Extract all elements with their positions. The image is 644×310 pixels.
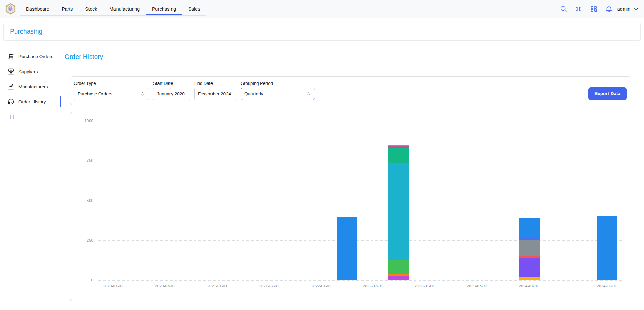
gridline-750 — [98, 161, 622, 161]
qrcode-icon[interactable] — [590, 5, 598, 13]
sidebar-item-label: Manufacturers — [18, 84, 48, 89]
x-axis-label: 2022-07-01 — [354, 284, 392, 288]
y-axis-label: 0 — [69, 278, 93, 282]
nav-actions — [560, 5, 613, 13]
order-type-label: Order Type — [74, 81, 149, 86]
x-axis-label: 2021-07-01 — [250, 284, 288, 288]
heading-divider — [65, 68, 631, 68]
end-date-input[interactable]: December 2024 — [194, 88, 236, 100]
bar-segment — [388, 260, 409, 274]
sidebar-item-label: Order History — [18, 99, 46, 104]
sidebar-item-order-history[interactable]: Order History — [0, 94, 60, 109]
top-navigation: DashboardPartsStockManufacturingPurchasi… — [0, 0, 644, 18]
search-icon[interactable] — [560, 5, 567, 13]
sidebar-item-purchase-orders[interactable]: Purchase Orders — [0, 49, 60, 64]
stacked-bar-2022-Q4[interactable] — [388, 145, 409, 280]
nav-tabs: DashboardPartsStockManufacturingPurchasi… — [20, 2, 206, 16]
page-header-card: Purchasing — [3, 23, 641, 41]
x-axis-label: 2023-07-01 — [458, 284, 496, 288]
end-date-field: End Date December 2024 — [194, 81, 236, 100]
order-type-select[interactable]: Purchase Orders — [74, 88, 149, 100]
command-icon[interactable] — [575, 5, 583, 13]
bar-segment — [519, 277, 540, 280]
x-axis-label: 2022-01-01 — [302, 284, 340, 288]
bar-segment — [519, 218, 540, 238]
order-history-chart[interactable]: 025050075010002020-01-012020-07-012021-0… — [98, 121, 622, 280]
tab-manufacturing[interactable]: Manufacturing — [103, 3, 146, 15]
section-heading: Order History — [65, 53, 631, 61]
gridline-500 — [98, 201, 622, 201]
sidebar: Purchase OrdersSuppliersManufacturersOrd… — [0, 41, 60, 310]
grouping-period-field: Grouping Period Quarterly — [241, 81, 315, 100]
tab-stock[interactable]: Stock — [79, 3, 103, 15]
sidebar-item-label: Purchase Orders — [18, 54, 53, 59]
y-axis-label: 500 — [69, 198, 93, 203]
gridline-0 — [98, 280, 622, 281]
gridline-250 — [98, 240, 622, 241]
stacked-bar-2024-Q4[interactable] — [597, 216, 617, 280]
start-date-field: Start Date January 2020 — [153, 81, 190, 100]
sidebar-item-suppliers[interactable]: Suppliers — [0, 64, 60, 79]
bar-segment — [519, 256, 540, 258]
sidebar-item-manufacturers[interactable]: Manufacturers — [0, 79, 60, 94]
bar-segment — [519, 240, 540, 256]
grouping-period-label: Grouping Period — [241, 81, 315, 86]
x-axis-label: 2020-01-01 — [94, 284, 132, 288]
stacked-bar-2024-Q1[interactable] — [519, 218, 540, 280]
selector-icon — [140, 91, 145, 96]
tab-sales[interactable]: Sales — [182, 3, 206, 15]
tab-dashboard[interactable]: Dashboard — [20, 3, 56, 15]
order-type-field: Order Type Purchase Orders — [74, 81, 149, 100]
start-date-label: Start Date — [153, 81, 190, 86]
x-axis-label: 2020-07-01 — [146, 284, 184, 288]
bar-segment — [388, 276, 409, 280]
user-menu[interactable]: admin — [617, 6, 639, 12]
selector-icon — [306, 91, 311, 96]
x-axis-label: 2024-10-01 — [588, 284, 626, 288]
x-axis-label: 2021-01-01 — [198, 284, 236, 288]
end-date-label: End Date — [194, 81, 236, 86]
bar-segment — [337, 217, 357, 280]
grouping-period-select[interactable]: Quarterly — [241, 88, 315, 100]
bar-segment — [388, 274, 409, 276]
sidebar-collapse-icon[interactable] — [8, 114, 14, 120]
page-title: Purchasing — [10, 28, 637, 35]
chevron-down-icon — [633, 6, 639, 12]
y-axis-label: 750 — [69, 158, 93, 163]
x-axis-label: 2023-01-01 — [406, 284, 443, 288]
history-icon — [8, 98, 14, 105]
y-axis-label: 250 — [69, 238, 93, 242]
inventree-logo[interactable] — [5, 3, 16, 15]
bar-segment — [597, 216, 617, 280]
x-axis-label: 2024-01-01 — [510, 284, 548, 288]
y-axis-label: 1000 — [69, 119, 93, 123]
tab-parts[interactable]: Parts — [56, 3, 79, 15]
filter-card: Order Type Purchase Orders Start Date Ja… — [70, 76, 631, 105]
sidebar-item-label: Suppliers — [18, 69, 38, 74]
username: admin — [617, 6, 630, 12]
gridline-1000 — [98, 121, 622, 121]
start-date-input[interactable]: January 2020 — [153, 88, 190, 100]
bar-segment — [388, 148, 409, 163]
shopping-cart-icon — [8, 53, 14, 60]
order-history-chart-card: 025050075010002020-01-012020-07-012021-0… — [70, 112, 631, 301]
main-panel: Order History Order Type Purchase Orders… — [60, 41, 644, 310]
bell-icon[interactable] — [605, 5, 613, 13]
export-data-button[interactable]: Export Data — [588, 87, 627, 100]
tab-purchasing[interactable]: Purchasing — [146, 3, 182, 15]
building-store-icon — [8, 68, 14, 75]
bar-segment — [388, 163, 409, 260]
factory-icon — [8, 83, 14, 90]
stacked-bar-2022-Q2[interactable] — [337, 217, 357, 280]
bar-segment — [519, 258, 540, 277]
